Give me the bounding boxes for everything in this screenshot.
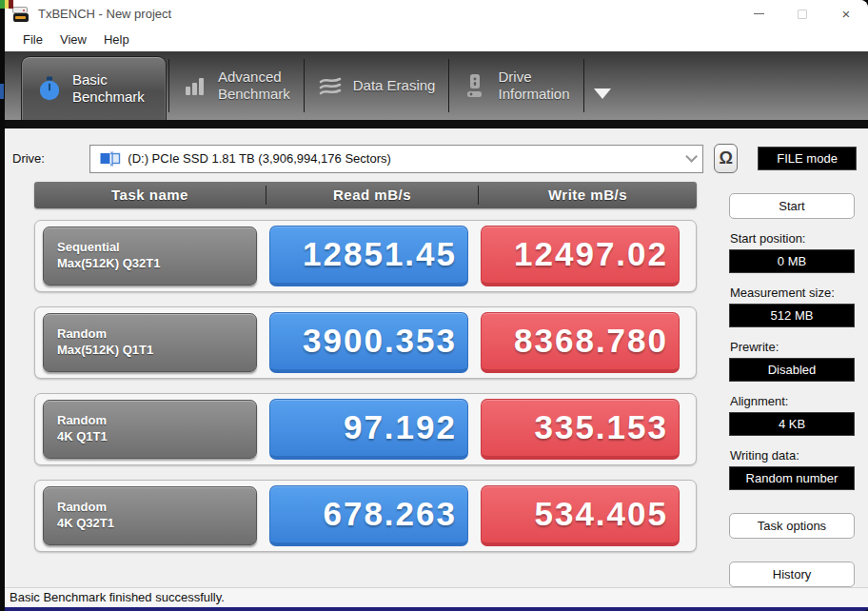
write-value: 534.405 — [481, 485, 680, 546]
table-row: Random Max(512K) Q1T1 3900.353 8368.780 — [34, 306, 697, 379]
erase-waves-icon — [318, 73, 343, 98]
write-value: 12497.02 — [481, 226, 680, 286]
drive-select[interactable]: (D:) PCIe SSD 1.81 TB (3,906,994,176 Sec… — [89, 145, 703, 173]
prewrite-value[interactable]: Disabled — [729, 358, 855, 382]
task-button-random-4k-q32t1[interactable]: Random 4K Q32T1 — [43, 486, 257, 545]
table-header: Task name Read mB/s Write mB/s — [34, 182, 697, 208]
file-mode-badge[interactable]: FILE mode — [758, 147, 857, 170]
tab-drive-information[interactable]: DriveInformation — [449, 51, 582, 120]
alignment-label: Alignment: — [730, 394, 855, 408]
writing-data-value[interactable]: Random number — [729, 466, 855, 490]
read-value: 3900.353 — [269, 312, 468, 373]
task-button-random-max-q1t1[interactable]: Random Max(512K) Q1T1 — [43, 313, 257, 372]
start-position-value[interactable]: 0 MB — [729, 249, 855, 273]
tab-basic-benchmark[interactable]: BasicBenchmark — [21, 56, 167, 120]
drive-selected-value: (D:) PCIe SSD 1.81 TB (3,906,994,176 Sec… — [128, 151, 685, 166]
task-button-sequential-max-q32t1[interactable]: Sequential Max(512K) Q32T1 — [43, 227, 257, 286]
header-read: Read mB/s — [266, 182, 478, 208]
measurement-size-label: Measurement size: — [730, 286, 855, 300]
drive-row: Drive: (D:) PCIe SSD 1.81 TB (3,906,994,… — [12, 144, 857, 174]
tab-separator — [583, 59, 584, 112]
header-task-name: Task name — [34, 182, 266, 208]
writing-data-label: Writing data: — [730, 448, 855, 463]
menu-bar: File View Help — [5, 29, 868, 51]
table-row: Sequential Max(512K) Q32T1 12851.45 1249… — [34, 220, 697, 292]
alignment-value[interactable]: 4 KB — [729, 412, 855, 436]
write-value: 335.153 — [481, 399, 680, 460]
tab-band-underline — [5, 120, 868, 128]
read-value: 678.263 — [269, 485, 468, 546]
bar-chart-icon — [183, 73, 207, 98]
start-button[interactable]: Start — [729, 193, 855, 219]
tab-label: DriveInformation — [498, 69, 569, 102]
drive-icon — [463, 73, 487, 98]
benchmark-table: Task name Read mB/s Write mB/s Sequentia… — [34, 182, 697, 587]
measurement-size-value[interactable]: 512 MB — [729, 304, 855, 327]
prewrite-label: Prewrite: — [730, 340, 855, 354]
background-window-fragment — [0, 84, 4, 99]
refresh-drives-button[interactable]: Ω — [714, 144, 738, 173]
disk-icon — [99, 151, 122, 167]
header-write: Write mB/s — [479, 182, 697, 208]
drive-label: Drive: — [12, 151, 89, 166]
table-row: Random 4K Q1T1 97.192 335.153 — [34, 393, 697, 465]
tab-advanced-benchmark[interactable]: AdvancedBenchmark — [169, 51, 304, 120]
background-taskbar-icon — [0, 0, 13, 9]
content-area: Drive: (D:) PCIe SSD 1.81 TB (3,906,994,… — [5, 128, 868, 587]
table-row: Random 4K Q32T1 678.263 534.405 — [34, 480, 697, 552]
txbench-window: TxBENCH - New project × File View Help B… — [5, 0, 868, 611]
more-tabs-dropdown-icon[interactable] — [594, 89, 611, 99]
tab-label: Data Erasing — [353, 77, 436, 93]
task-button-random-4k-q1t1[interactable]: Random 4K Q1T1 — [43, 400, 257, 459]
tab-data-erasing[interactable]: Data Erasing — [305, 51, 449, 120]
stopwatch-icon — [37, 76, 62, 101]
status-bar: Basic Benchmark finished successfully. — [5, 587, 868, 607]
minimize-icon — [754, 13, 764, 14]
title-bar: TxBENCH - New project × — [5, 0, 868, 29]
write-value: 8368.780 — [481, 312, 680, 373]
tab-label: AdvancedBenchmark — [218, 69, 290, 102]
menu-file[interactable]: File — [14, 30, 51, 49]
menu-help[interactable]: Help — [95, 30, 138, 49]
minimize-button[interactable] — [737, 0, 780, 29]
window-title: TxBENCH - New project — [38, 7, 171, 21]
close-button[interactable]: × — [824, 0, 868, 29]
start-position-label: Start position: — [730, 231, 855, 246]
settings-sidebar: Start Start position: 0 MB Measurement s… — [729, 182, 855, 587]
drive-stack-icon — [12, 7, 28, 13]
tab-label: BasicBenchmark — [72, 71, 145, 105]
history-button[interactable]: History — [729, 562, 855, 587]
app-icon — [12, 6, 31, 23]
read-value: 97.192 — [269, 399, 468, 460]
menu-view[interactable]: View — [51, 30, 95, 49]
maximize-icon — [798, 10, 807, 19]
status-message: Basic Benchmark finished successfully. — [10, 590, 225, 604]
read-value: 12851.45 — [269, 226, 468, 286]
chevron-down-icon — [686, 150, 699, 163]
close-icon: × — [842, 7, 851, 21]
tab-band: BasicBenchmark AdvancedBenchmark Data Er… — [5, 51, 868, 120]
maximize-button[interactable] — [780, 0, 824, 29]
refresh-icon: Ω — [720, 148, 733, 168]
main-area: Task name Read mB/s Write mB/s Sequentia… — [9, 182, 857, 587]
task-options-button[interactable]: Task options — [729, 513, 855, 539]
